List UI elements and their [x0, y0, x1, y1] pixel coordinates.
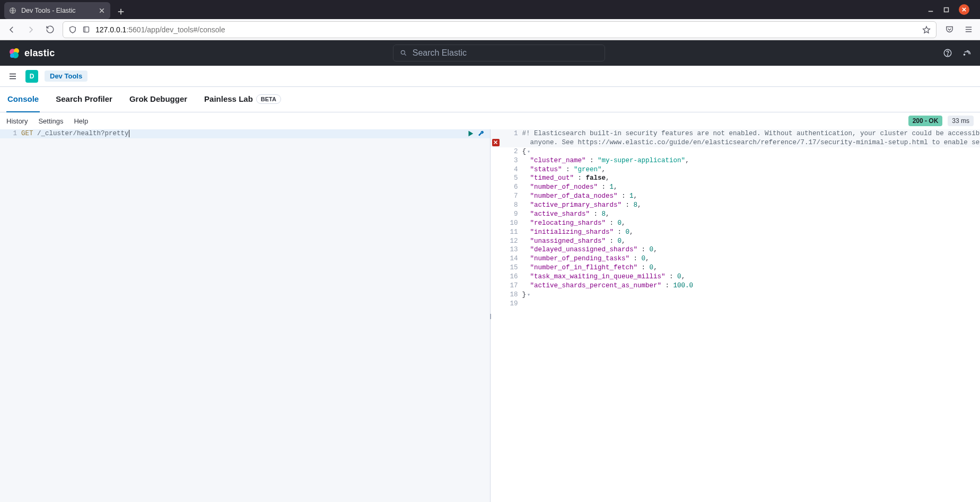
response-code: "task_max_waiting_in_queue_millis" : 0,: [522, 272, 981, 281]
response-gutter: [491, 192, 501, 201]
window-close-icon[interactable]: [959, 4, 969, 15]
response-line: 10 "relocating_shards" : 0,: [491, 219, 981, 228]
line-number: 3: [501, 156, 522, 165]
window-controls: [928, 0, 976, 19]
response-line: 16 "task_max_waiting_in_queue_millis" : …: [491, 272, 981, 281]
response-line: 2 {▾: [491, 147, 981, 156]
line-number: 7: [501, 192, 522, 201]
response-time-badge: 33 ms: [948, 116, 974, 126]
toolbar-settings[interactable]: Settings: [38, 117, 63, 125]
response-code: "status" : "green",: [522, 165, 981, 174]
response-code: {▾: [522, 147, 981, 156]
tab-console[interactable]: Console: [6, 87, 40, 112]
response-code: "active_shards" : 8,: [522, 210, 981, 219]
response-line: 6 "number_of_nodes" : 1,: [491, 183, 981, 192]
response-code: "active_primary_shards" : 8,: [522, 201, 981, 210]
response-gutter: [491, 263, 501, 272]
response-code: "unassigned_shards" : 0,: [522, 237, 981, 246]
response-gutter: [491, 254, 501, 263]
response-gutter: [491, 300, 501, 309]
pocket-icon[interactable]: [943, 23, 956, 36]
response-line: 1#! Elasticsearch built-in security feat…: [491, 129, 981, 138]
global-search-placeholder: Search Elastic: [413, 48, 467, 58]
response-code: "timed_out" : false,: [522, 174, 981, 183]
new-tab-button[interactable]: [113, 4, 128, 19]
app-menu-icon[interactable]: [962, 23, 975, 36]
line-number: 15: [501, 263, 522, 272]
url-bar[interactable]: 127.0.0.1:5601/app/dev_tools#/console: [63, 21, 937, 38]
response-code: #! Elasticsearch built-in security featu…: [522, 129, 981, 138]
toolbar-history[interactable]: History: [6, 117, 28, 125]
response-code: "active_shards_percent_as_number" : 100.…: [522, 281, 981, 290]
response-gutter: [491, 165, 501, 174]
svg-rect-2: [84, 27, 89, 32]
forward-button[interactable]: [24, 23, 37, 36]
line-number: 17: [501, 281, 522, 290]
send-request-icon[interactable]: [467, 130, 474, 137]
newsfeed-icon[interactable]: [962, 48, 972, 58]
response-code: "number_of_nodes" : 1,: [522, 183, 981, 192]
svg-point-9: [947, 55, 948, 55]
response-line: 11 "initializing_shards" : 0,: [491, 228, 981, 237]
line-number: 12: [501, 237, 522, 246]
header-right: [943, 48, 972, 58]
browser-tab[interactable]: Dev Tools - Elastic: [4, 2, 110, 19]
tab-search-profiler[interactable]: Search Profiler: [55, 87, 113, 112]
beta-badge: BETA: [256, 94, 281, 104]
console-toolbar: History Settings Help 200 - OK 33 ms: [0, 112, 980, 129]
help-icon[interactable]: [943, 48, 952, 58]
request-code: GET /_cluster/health?pretty: [21, 129, 490, 138]
response-code: "cluster_name" : "my-super-application",: [522, 156, 981, 165]
global-search[interactable]: Search Elastic: [393, 45, 605, 61]
tab-close-icon[interactable]: [98, 6, 106, 15]
response-code: [522, 300, 981, 309]
response-gutter: [491, 174, 501, 183]
svg-rect-1: [944, 7, 949, 12]
shield-icon: [68, 25, 77, 34]
tab-grok-debugger[interactable]: Grok Debugger: [128, 87, 188, 112]
response-code: anyone. See https://www.elastic.co/guide…: [522, 138, 981, 147]
tab-painless-lab[interactable]: Painless Lab BETA: [203, 87, 282, 112]
deprecation-warning-icon: [492, 139, 500, 146]
search-icon: [400, 49, 407, 57]
line-number: 14: [501, 254, 522, 263]
elastic-wordmark: elastic: [24, 48, 55, 59]
response-status-badge: 200 - OK: [908, 116, 943, 126]
back-button[interactable]: [5, 23, 18, 36]
svg-point-6: [10, 54, 14, 58]
window-maximize-icon[interactable]: [943, 7, 949, 13]
response-line: 9 "active_shards" : 8,: [491, 210, 981, 219]
request-line-actions: [467, 130, 485, 137]
response-line: 19: [491, 300, 981, 309]
page-info-icon: [82, 25, 90, 33]
window-minimize-icon[interactable]: [928, 6, 934, 13]
response-viewer[interactable]: 1#! Elasticsearch built-in security feat…: [491, 129, 981, 502]
devtools-tabs: Console Search Profiler Grok Debugger Pa…: [0, 87, 980, 112]
tab-painless-lab-label: Painless Lab: [204, 94, 253, 103]
nav-toggle-icon[interactable]: [6, 70, 19, 83]
space-selector[interactable]: D: [25, 70, 38, 83]
toolbar-help[interactable]: Help: [74, 117, 88, 125]
elastic-logo-icon: [8, 47, 21, 59]
line-number: 10: [501, 219, 522, 228]
bookmark-icon[interactable]: [922, 25, 931, 34]
line-number: 8: [501, 201, 522, 210]
space-initial: D: [30, 73, 34, 80]
response-line: anyone. See https://www.elastic.co/guide…: [491, 138, 981, 147]
response-line: 7 "number_of_data_nodes" : 1,: [491, 192, 981, 201]
response-gutter: [491, 138, 501, 147]
elastic-logo[interactable]: elastic: [8, 47, 55, 59]
response-line: 15 "number_of_in_flight_fetch" : 0,: [491, 263, 981, 272]
response-gutter: [491, 183, 501, 192]
reload-button[interactable]: [43, 23, 56, 36]
svg-point-10: [964, 54, 965, 55]
request-editor[interactable]: 1 GET /_cluster/health?pretty: [0, 129, 491, 502]
response-gutter: [491, 201, 501, 210]
response-gutter: [491, 245, 501, 254]
console-split: 1 GET /_cluster/health?pretty 1#! Elasti…: [0, 129, 980, 502]
response-code: "number_of_pending_tasks" : 0,: [522, 254, 981, 263]
response-line: 8 "active_primary_shards" : 8,: [491, 201, 981, 210]
breadcrumb-devtools[interactable]: Dev Tools: [45, 71, 88, 82]
response-gutter: [491, 156, 501, 165]
request-options-icon[interactable]: [477, 130, 485, 137]
